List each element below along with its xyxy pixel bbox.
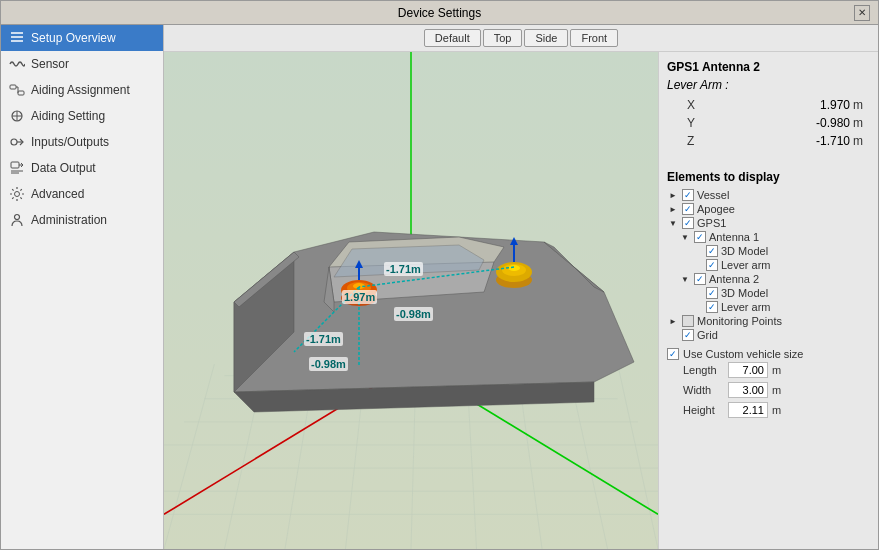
monitoring-expand-arrow[interactable]	[667, 315, 679, 327]
wave-icon	[9, 56, 25, 72]
gps1-checkbox[interactable]	[682, 217, 694, 229]
antenna2-label: Antenna 2	[709, 273, 759, 285]
tree-item-gps1: GPS1	[667, 216, 870, 230]
svg-point-46	[508, 265, 520, 271]
axis-x-unit: m	[850, 98, 870, 112]
axis-z-row: Z -1.710 m	[667, 132, 870, 150]
axis-y-row: Y -0.980 m	[667, 114, 870, 132]
antenna1-leverarm-checkbox[interactable]	[706, 259, 718, 271]
sidebar-label-data-output: Data Output	[31, 161, 96, 175]
antenna2-leverarm-checkbox[interactable]	[706, 301, 718, 313]
antenna1-3dmodel-checkbox[interactable]	[706, 245, 718, 257]
main-content: Setup Overview Sensor	[1, 25, 878, 549]
antenna2-checkbox[interactable]	[694, 273, 706, 285]
apogee-label: Apogee	[697, 203, 735, 215]
measurement-098m-top: -0.98m	[394, 307, 433, 321]
dim-width-label: Width	[683, 384, 728, 396]
list-icon	[9, 30, 25, 46]
axis-z-unit: m	[850, 134, 870, 148]
monitoring-label: Monitoring Points	[697, 315, 782, 327]
dim-length-label: Length	[683, 364, 728, 376]
antenna2-3dmodel-label: 3D Model	[721, 287, 768, 299]
sidebar-item-inputs-outputs[interactable]: Inputs/Outputs	[1, 129, 163, 155]
aiding-assignment-icon	[9, 82, 25, 98]
custom-size-row: Use Custom vehicle size	[667, 348, 870, 360]
device-settings-window: Device Settings ✕ Setup Overview	[0, 0, 879, 550]
vessel-label: Vessel	[697, 189, 729, 201]
elements-title: Elements to display	[667, 170, 870, 184]
dim-width-input[interactable]	[728, 382, 768, 398]
dim-length-unit: m	[768, 364, 781, 376]
window-title: Device Settings	[25, 6, 854, 20]
sidebar-label-aiding-assignment: Aiding Assignment	[31, 83, 130, 97]
vessel-expand-arrow[interactable]	[667, 189, 679, 201]
view-top-button[interactable]: Top	[483, 29, 523, 47]
dim-height-input[interactable]	[728, 402, 768, 418]
antenna2-3dmodel-checkbox[interactable]	[706, 287, 718, 299]
svg-point-10	[11, 139, 17, 145]
sidebar-label-sensor: Sensor	[31, 57, 69, 71]
antenna-title: GPS1 Antenna 2	[667, 60, 870, 74]
svg-rect-4	[18, 91, 24, 95]
svg-point-16	[15, 192, 20, 197]
antenna1-label: Antenna 1	[709, 231, 759, 243]
measurement-098m-bottom: -0.98m	[309, 357, 348, 371]
gear-icon	[9, 186, 25, 202]
sidebar-label-administration: Administration	[31, 213, 107, 227]
vessel-checkbox[interactable]	[682, 189, 694, 201]
dim-height-unit: m	[768, 404, 781, 416]
tree-item-grid: Grid	[667, 328, 870, 342]
boat-3d	[174, 72, 658, 502]
monitoring-checkbox[interactable]	[682, 315, 694, 327]
measurement-171m-top: -1.71m	[384, 262, 423, 276]
dimension-height-row: Height m	[667, 400, 870, 420]
tree-item-antenna1-leverarm: Lever arm	[667, 258, 870, 272]
sidebar-item-data-output[interactable]: Data Output	[1, 155, 163, 181]
custom-size-checkbox[interactable]	[667, 348, 679, 360]
sidebar-item-aiding-setting[interactable]: Aiding Setting	[1, 103, 163, 129]
viewport-3d[interactable]: 1.97m -1.71m -1.71m -0.98m -0.98m	[164, 52, 658, 549]
sidebar-label-inputs-outputs: Inputs/Outputs	[31, 135, 109, 149]
svg-rect-12	[11, 162, 19, 168]
sidebar-item-setup-overview[interactable]: Setup Overview	[1, 25, 163, 51]
grid-label: Grid	[697, 329, 718, 341]
aiding-setting-icon	[9, 108, 25, 124]
measurement-171m-bottom: -1.71m	[304, 332, 343, 346]
antenna1-checkbox[interactable]	[694, 231, 706, 243]
view-side-button[interactable]: Side	[524, 29, 568, 47]
tree-item-apogee: Apogee	[667, 202, 870, 216]
sidebar-item-administration[interactable]: Administration	[1, 207, 163, 233]
data-output-icon	[9, 160, 25, 176]
sidebar-item-sensor[interactable]: Sensor	[1, 51, 163, 77]
sidebar-item-advanced[interactable]: Advanced	[1, 181, 163, 207]
antenna1-expand-arrow[interactable]	[679, 231, 691, 243]
axis-y-label: Y	[687, 116, 707, 130]
dimension-length-row: Length m	[667, 360, 870, 380]
lever-arm-label: Lever Arm :	[667, 78, 870, 92]
axis-y-unit: m	[850, 116, 870, 130]
tree-item-antenna1-3dmodel: 3D Model	[667, 244, 870, 258]
svg-rect-3	[10, 85, 16, 89]
axis-z-value: -1.710	[707, 134, 850, 148]
gps1-expand-arrow[interactable]	[667, 217, 679, 229]
grid-checkbox[interactable]	[682, 329, 694, 341]
measurement-197m: 1.97m	[342, 290, 377, 304]
antenna1-leverarm-label: Lever arm	[721, 259, 771, 271]
info-panel: GPS1 Antenna 2 Lever Arm : X 1.970 m Y -…	[658, 52, 878, 549]
tree-item-antenna1: Antenna 1	[667, 230, 870, 244]
apogee-expand-arrow[interactable]	[667, 203, 679, 215]
view-default-button[interactable]: Default	[424, 29, 481, 47]
admin-icon	[9, 212, 25, 228]
sidebar-label-aiding-setting: Aiding Setting	[31, 109, 105, 123]
antenna2-expand-arrow[interactable]	[679, 273, 691, 285]
sidebar-label-setup-overview: Setup Overview	[31, 31, 116, 45]
view-front-button[interactable]: Front	[570, 29, 618, 47]
close-button[interactable]: ✕	[854, 5, 870, 21]
tree-item-antenna2-3dmodel: 3D Model	[667, 286, 870, 300]
title-bar: Device Settings ✕	[1, 1, 878, 25]
dim-length-input[interactable]	[728, 362, 768, 378]
axis-x-label: X	[687, 98, 707, 112]
axis-x-value: 1.970	[707, 98, 850, 112]
sidebar-item-aiding-assignment[interactable]: Aiding Assignment	[1, 77, 163, 103]
apogee-checkbox[interactable]	[682, 203, 694, 215]
